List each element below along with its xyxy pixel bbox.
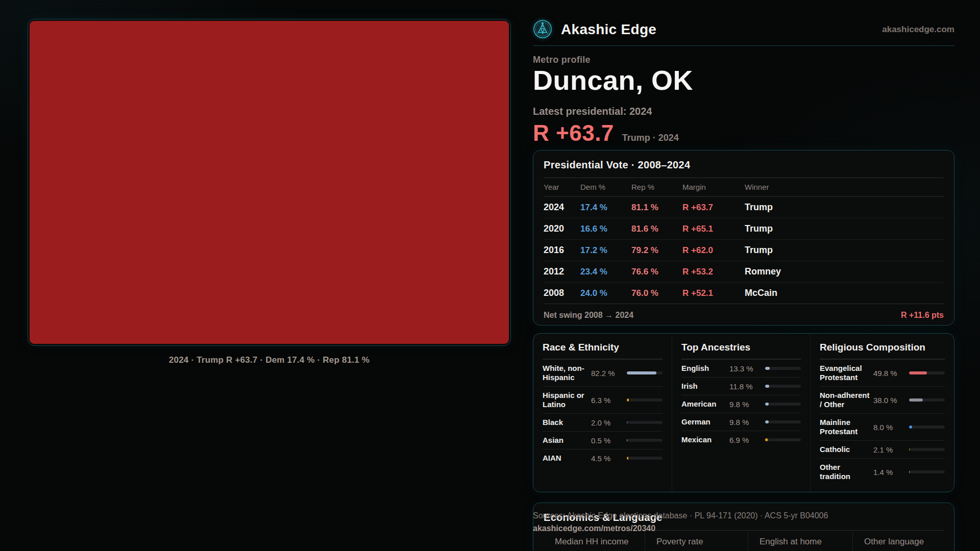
site-header: Akashic Edge akashicedge.com	[533, 19, 954, 46]
demographics-panel: Race & Ethnicity White, non-Hispanic 82.…	[533, 333, 954, 492]
cell-dem-pct: 23.4 %	[580, 267, 631, 277]
economics-stat-label: Median HH income	[555, 537, 645, 547]
cell-rep-pct: 79.2 %	[631, 245, 682, 256]
stat-label: Black	[543, 418, 588, 427]
race-ethnicity-title: Race & Ethnicity	[543, 334, 663, 359]
cell-rep-pct: 81.1 %	[631, 203, 682, 213]
stat-row: German 9.8 %	[681, 413, 801, 431]
stat-bar-fill	[909, 398, 923, 402]
cell-year: 2016	[544, 245, 580, 256]
stat-label: AIAN	[543, 454, 588, 463]
stat-bar-track	[765, 438, 801, 441]
stat-bar-fill	[909, 448, 910, 451]
economics-stat: Other language 4.9 %	[852, 532, 944, 551]
sources-text: Sources: Akashic Edge elections database…	[533, 511, 828, 520]
stat-bar-fill	[765, 438, 768, 441]
stat-bar-track	[765, 403, 801, 406]
stat-row: Black 2.0 %	[543, 413, 663, 431]
stat-value: 2.0 %	[591, 418, 623, 427]
vote-table-row: 2020 16.6 % 81.6 % R +65.1 Trump	[544, 218, 944, 239]
cell-winner: Trump	[745, 245, 944, 256]
stat-value: 8.0 %	[873, 423, 905, 432]
stat-label: Mainline Protestant	[820, 418, 870, 436]
permalink[interactable]: akashicedge.com/metros/20340	[533, 524, 828, 533]
metro-map-county-shape[interactable]	[30, 21, 509, 344]
stat-label: White, non-Hispanic	[543, 364, 588, 382]
stat-bar-track	[627, 398, 663, 402]
stat-row: American 9.8 %	[681, 395, 801, 413]
stat-value: 4.5 %	[591, 454, 623, 463]
vote-table-column-header: Year	[544, 183, 580, 191]
stat-bar-fill	[765, 367, 770, 370]
cell-year: 2012	[544, 266, 580, 277]
economics-stat-label: Other language	[864, 537, 944, 547]
cell-rep-pct: 76.6 %	[631, 267, 682, 277]
stat-row: Mainline Protestant 8.0 %	[820, 413, 945, 440]
vote-table-header: YearDem %Rep %MarginWinner	[544, 178, 944, 196]
stat-row: Other tradition 1.4 %	[820, 458, 945, 485]
stat-bar-fill	[765, 420, 769, 423]
top-ancestries-list: English 13.3 % Irish 11.8 % American 9.8…	[681, 359, 801, 448]
stat-value: 9.8 %	[729, 400, 761, 409]
stat-bar-track	[765, 385, 801, 388]
cell-margin: R +52.1	[682, 288, 745, 298]
stat-bar-track	[765, 420, 801, 423]
headline-margin-row: R +63.7 Trump · 2024	[533, 120, 679, 146]
vote-table-column-header: Winner	[745, 183, 944, 191]
stat-row: Catholic 2.1 %	[820, 440, 945, 458]
economics-stats-row: Median HH income $44,621 Poverty rate 15…	[544, 532, 944, 551]
cell-dem-pct: 17.2 %	[580, 245, 631, 256]
stat-value: 1.4 %	[873, 468, 905, 477]
stat-label: Catholic	[820, 445, 870, 454]
stat-label: Other tradition	[820, 463, 870, 481]
page-title: Duncan, OK	[533, 64, 693, 96]
stat-bar-fill	[909, 371, 927, 374]
stat-bar-track	[627, 457, 663, 460]
profile-kicker: Metro profile	[533, 55, 591, 65]
stat-label: American	[681, 399, 726, 409]
cell-winner: Romney	[745, 266, 944, 277]
stat-bar-track	[627, 421, 663, 424]
net-swing-row: Net swing 2008 → 2024 R +11.6 pts	[544, 304, 944, 325]
stat-label: Asian	[543, 436, 588, 445]
stat-row: Evangelical Protestant 49.8 %	[820, 359, 945, 386]
stat-bar-track	[909, 398, 945, 402]
stat-row: White, non-Hispanic 82.2 %	[543, 359, 663, 386]
stat-bar-track	[909, 425, 945, 429]
stat-value: 11.8 %	[729, 382, 761, 391]
stat-bar-fill	[765, 385, 769, 388]
stat-value: 6.3 %	[591, 396, 623, 405]
net-swing-value: R +11.6 pts	[901, 311, 944, 320]
net-swing-label: Net swing 2008 → 2024	[544, 311, 633, 320]
religious-composition-title: Religious Composition	[820, 334, 945, 359]
stat-label: English	[681, 364, 726, 373]
stat-row: Mexican 6.9 %	[681, 431, 801, 448]
cell-rep-pct: 81.6 %	[631, 224, 682, 234]
stat-bar-fill	[765, 403, 769, 406]
vote-table-column-header: Margin	[682, 183, 745, 191]
stat-value: 82.2 %	[591, 369, 623, 378]
latest-presidential-label: Latest presidential: 2024	[533, 106, 652, 117]
stat-label: Irish	[681, 382, 726, 391]
stat-bar-track	[909, 448, 945, 451]
vote-table-column-header: Rep %	[631, 183, 682, 191]
stat-bar-track	[765, 367, 801, 370]
cell-dem-pct: 17.4 %	[580, 203, 631, 213]
stat-bar-fill	[627, 457, 628, 460]
map-caption: 2024 · Trump R +63.7 · Dem 17.4 % · Rep …	[28, 355, 511, 365]
akashic-edge-logo-icon	[533, 19, 552, 39]
top-ancestries-title: Top Ancestries	[681, 334, 801, 359]
stat-value: 13.3 %	[729, 364, 761, 373]
stat-label: Hispanic or Latino	[543, 391, 588, 409]
stat-value: 49.8 %	[873, 369, 905, 378]
cell-margin: R +63.7	[682, 203, 745, 213]
stat-label: Mexican	[681, 435, 726, 444]
stat-label: German	[681, 417, 726, 427]
presidential-vote-panel: Presidential Vote · 2008–2024 YearDem %R…	[533, 150, 954, 325]
economics-stat: Median HH income $44,621	[544, 532, 645, 551]
metro-map-panel	[28, 19, 511, 346]
cell-winner: Trump	[745, 202, 944, 213]
brand-domain-link[interactable]: akashicedge.com	[882, 24, 954, 35]
cell-dem-pct: 24.0 %	[580, 288, 631, 298]
cell-rep-pct: 76.0 %	[631, 288, 682, 298]
